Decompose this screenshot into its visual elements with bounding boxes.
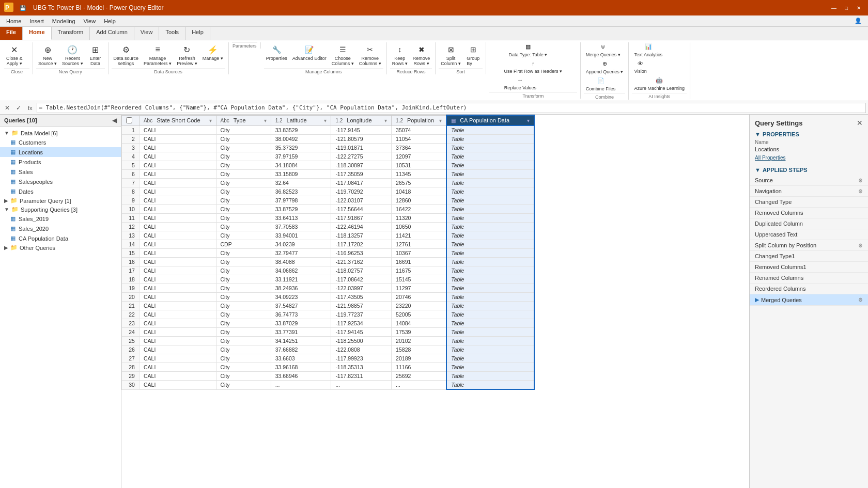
col-filter-longitude[interactable]: ▾ <box>384 118 387 123</box>
all-properties-link[interactable]: All Properties <box>755 155 785 161</box>
choose-columns-button[interactable]: ☰ ChooseColumns ▾ <box>330 42 356 67</box>
tab-transform[interactable]: Transform <box>52 27 90 40</box>
cell-ca-population: Table <box>446 328 534 337</box>
col-filter-population[interactable]: ▾ <box>439 118 442 123</box>
close-button[interactable]: ✕ <box>854 3 864 12</box>
maximize-button[interactable]: □ <box>841 3 851 12</box>
query-item-sales2019[interactable]: ▦ Sales_2019 <box>0 214 121 224</box>
remove-columns-button[interactable]: ✂ RemoveColumns ▾ <box>357 42 383 67</box>
tab-add-column[interactable]: Add Column <box>90 27 134 40</box>
step-item-split-column-by-position[interactable]: Split Column by Position⚙ <box>750 240 868 251</box>
query-item-locations[interactable]: ▦ Locations <box>0 147 121 157</box>
replace-values-button[interactable]: ↔ Replace Values <box>489 76 551 91</box>
properties-button[interactable]: 🔧 Properties <box>264 42 289 62</box>
close-apply-button[interactable]: ✕ Close &Apply ▾ <box>4 42 25 67</box>
combine-files-button[interactable]: 📄 Combine Files <box>584 76 618 92</box>
keep-rows-button[interactable]: ↕ KeepRows ▾ <box>390 42 410 67</box>
query-item-ca-population[interactable]: ▦ CA Population Data <box>0 233 121 243</box>
step-item-duplicated-column[interactable]: Duplicated Column <box>750 218 868 229</box>
query-item-salespeoples[interactable]: ▦ Salespeoples <box>0 177 121 186</box>
col-header-longitude[interactable]: 1.2 Longitude ▾ <box>331 115 392 125</box>
step-settings-icon[interactable]: ⚙ <box>858 297 863 303</box>
tab-view[interactable]: View <box>134 27 160 40</box>
formula-confirm-button[interactable]: ✓ <box>13 103 24 113</box>
table-container[interactable]: Abc State Short Code ▾ Abc Type ▾ <box>121 115 749 488</box>
step-item-merged-queries[interactable]: ▶Merged Queries⚙ <box>750 294 868 306</box>
ai-insights-group-label: AI Insights <box>632 93 687 99</box>
recent-sources-button[interactable]: 🕐 RecentSources ▾ <box>60 42 85 67</box>
query-item-sales[interactable]: ▦ Sales <box>0 167 121 177</box>
split-column-button[interactable]: ⊠ SplitColumn ▾ <box>439 42 463 67</box>
cell-population: 25692 <box>392 372 447 381</box>
step-item-uppercased-text[interactable]: Uppercased Text <box>750 229 868 240</box>
col-header-population[interactable]: 1.2 Population ▾ <box>392 115 447 125</box>
query-item-sales2020[interactable]: ▦ Sales_2020 <box>0 224 121 233</box>
data-source-settings-button[interactable]: ⚙ Data sourcesettings <box>112 42 141 67</box>
use-first-row-button[interactable]: ↑ Use First Row as Headers ▾ <box>489 59 577 75</box>
manage-button[interactable]: ⚡ Manage ▾ <box>200 42 225 62</box>
step-item-renamed-columns[interactable]: Renamed Columns <box>750 273 868 284</box>
col-header-type[interactable]: Abc Type ▾ <box>216 115 271 125</box>
query-group-data-model-header[interactable]: ▼ 📁 Data Model [6] <box>0 129 121 137</box>
tab-tools[interactable]: Tools <box>159 27 185 40</box>
query-group-other: ▶ 📁 Other Queries <box>0 243 121 252</box>
col-filter-state[interactable]: ▾ <box>209 118 212 123</box>
manage-parameters-button[interactable]: ≡ ManageParameters ▾ <box>142 42 174 67</box>
group-by-button[interactable]: ⊞ GroupBy <box>464 42 483 67</box>
formula-cancel-button[interactable]: ✕ <box>2 103 12 113</box>
col-filter-ca-pop[interactable]: ▾ <box>527 118 530 123</box>
col-filter-latitude[interactable]: ▾ <box>324 118 327 123</box>
step-item-source[interactable]: Source⚙ <box>750 175 868 186</box>
query-group-supporting-header[interactable]: ▼ 📁 Supporting Queries [3] <box>0 205 121 214</box>
query-group-other-header[interactable]: ▶ 📁 Other Queries <box>0 243 121 252</box>
advanced-editor-button[interactable]: 📝 Advanced Editor <box>290 42 329 62</box>
cell-state-short-code: CALI <box>139 161 216 170</box>
refresh-preview-button[interactable]: ↻ RefreshPreview ▾ <box>175 42 199 67</box>
menu-item-help[interactable]: Help <box>100 17 120 25</box>
step-item-changed-type1[interactable]: Changed Type1 <box>750 251 868 262</box>
remove-rows-button[interactable]: ✖ RemoveRows ▾ <box>411 42 432 67</box>
formula-input[interactable] <box>37 103 866 113</box>
col-filter-type[interactable]: ▾ <box>264 118 267 123</box>
tab-file[interactable]: File <box>0 27 23 40</box>
menu-item-view[interactable]: View <box>80 17 100 25</box>
col-header-state-short-code[interactable]: Abc State Short Code ▾ <box>139 115 216 125</box>
combine-files-icon: 📄 <box>597 77 605 84</box>
menu-item-modeling[interactable]: Modeling <box>48 17 80 25</box>
step-settings-icon[interactable]: ⚙ <box>858 243 863 248</box>
append-queries-button[interactable]: ⊕ Append Queries ▾ <box>584 59 626 75</box>
menu-item-home[interactable]: Home <box>2 17 25 25</box>
query-group-parameter-header[interactable]: ▶ 📁 Parameter Query [1] <box>0 196 121 205</box>
new-source-button[interactable]: ⊕ NewSource ▾ <box>36 42 59 67</box>
query-item-customers[interactable]: ▦ Customers <box>0 137 121 147</box>
new-query-group-label: New Query <box>36 68 105 74</box>
step-settings-icon[interactable]: ⚙ <box>858 188 863 194</box>
vision-button[interactable]: 👁 Vision <box>632 59 648 75</box>
enter-data-button[interactable]: ⊞ EnterData <box>86 42 105 67</box>
menu-item-insert[interactable]: Insert <box>25 17 48 25</box>
merge-queries-button[interactable]: ⊎ Merge Queries ▾ <box>584 42 623 58</box>
settings-close-button[interactable]: ✕ <box>857 119 863 127</box>
minimize-button[interactable]: — <box>829 3 839 12</box>
table-icon-sales2019: ▦ <box>10 215 16 222</box>
step-item-navigation[interactable]: Navigation⚙ <box>750 186 868 197</box>
step-settings-icon[interactable]: ⚙ <box>858 178 863 183</box>
step-item-removed-columns1[interactable]: Removed Columns1 <box>750 262 868 273</box>
col-header-latitude[interactable]: 1.2 Latitude ▾ <box>271 115 331 125</box>
select-all-checkbox[interactable] <box>126 117 132 123</box>
data-type-button[interactable]: ▦ Data Type: Table ▾ <box>489 42 567 58</box>
step-item-changed-type[interactable]: Changed Type <box>750 197 868 208</box>
text-analytics-button[interactable]: 📊 Text Analytics <box>632 42 664 58</box>
manage-columns-group-label: Manage Columns <box>264 68 383 74</box>
tab-help[interactable]: Help <box>185 27 210 40</box>
step-item-reordered-columns[interactable]: Reordered Columns <box>750 284 868 294</box>
step-item-removed-columns[interactable]: Removed Columns <box>750 208 868 218</box>
queries-collapse-button[interactable]: ◀ <box>112 117 117 124</box>
col-header-ca-population[interactable]: ▦ CA Population Data ▾ <box>446 115 534 125</box>
query-item-dates[interactable]: ▦ Dates <box>0 186 121 196</box>
cell-ca-population: Table <box>446 319 534 328</box>
query-label-ca-population: CA Population Data <box>19 235 68 242</box>
tab-home[interactable]: Home <box>23 27 52 40</box>
azure-ml-button[interactable]: 🤖 Azure Machine Learning <box>632 76 687 92</box>
query-item-products[interactable]: ▦ Products <box>0 157 121 167</box>
